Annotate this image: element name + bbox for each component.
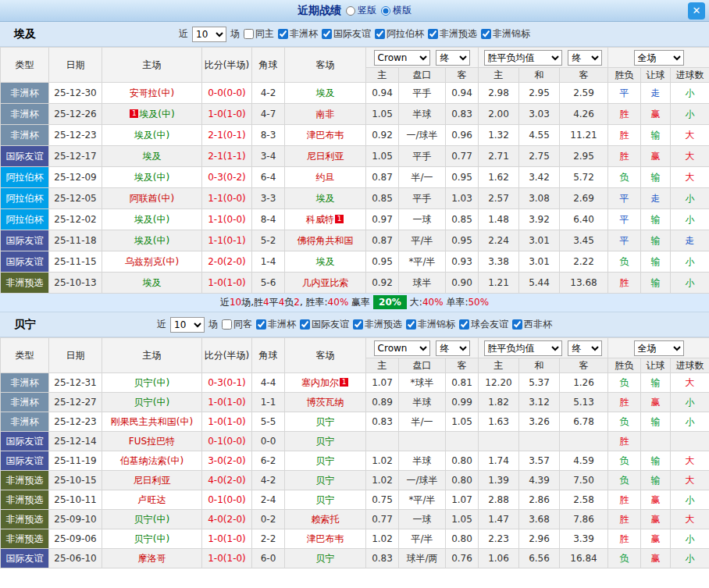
- away-team: 博茨瓦纳: [285, 393, 366, 412]
- comp-filter-intl-friendly[interactable]: 国际友谊: [300, 318, 349, 331]
- avg-final-select[interactable]: 终: [568, 340, 602, 356]
- col-odds-home: 主: [366, 68, 399, 83]
- same-away-checkbox[interactable]: [222, 319, 232, 330]
- corner-count: 5-5: [252, 412, 285, 432]
- away-team: 贝宁: [285, 412, 366, 432]
- odds-away: 0.77: [446, 146, 479, 167]
- match-score: 2-0(2-0): [202, 251, 252, 273]
- comp-filter-club-friendly[interactable]: 球会友谊: [459, 318, 508, 331]
- same-away-label: 同客: [233, 318, 252, 331]
- odds-away: 0.94: [446, 83, 479, 104]
- odds-handicap: *平/半: [399, 251, 446, 273]
- horizontal-radio[interactable]: [381, 6, 390, 16]
- same-away-filter[interactable]: 同客: [222, 318, 252, 331]
- odds-home: 0.77: [366, 510, 399, 529]
- competition-type-badge: 非洲杯: [1, 373, 49, 393]
- match-date: 25-12-05: [49, 188, 102, 209]
- match-date: 25-12-09: [49, 167, 102, 188]
- same-home-checkbox[interactable]: [244, 29, 254, 39]
- col-score: 比分(半场): [202, 338, 252, 373]
- comp-filter-africa-cup[interactable]: 非洲杯: [278, 27, 318, 41]
- comp-checkbox[interactable]: [459, 319, 469, 330]
- comp-checkbox[interactable]: [512, 319, 522, 330]
- comp-filter-africa-champ[interactable]: 非洲锦标: [481, 27, 530, 41]
- comp-checkbox[interactable]: [300, 319, 310, 330]
- corner-count: 0-2: [252, 510, 285, 529]
- comp-checkbox[interactable]: [375, 29, 385, 39]
- avg-odds-select[interactable]: 胜平负均值: [484, 50, 562, 66]
- odds-handicap: 一球: [399, 510, 446, 529]
- col-home: 主场: [102, 48, 202, 83]
- avg-home: 1.63: [479, 412, 519, 432]
- odds-handicap: 球半: [399, 273, 446, 294]
- corner-count: 4-2: [252, 83, 285, 104]
- match-date: 25-12-02: [49, 209, 102, 230]
- odds-group-header: Crown 终: [366, 338, 479, 358]
- comp-filter-arab-cup[interactable]: 阿拉伯杯: [375, 27, 424, 41]
- odds-final-select[interactable]: 终: [436, 340, 470, 356]
- home-team: 摩洛哥: [102, 549, 202, 568]
- full-match-select[interactable]: 全场: [634, 50, 684, 66]
- result-handicap: 走: [641, 188, 671, 209]
- away-team-name: 尼日利亚: [307, 151, 344, 162]
- odds-final-select[interactable]: 终: [436, 50, 470, 66]
- comp-checkbox[interactable]: [406, 319, 416, 330]
- away-team: 贝宁: [285, 549, 366, 568]
- avg-home: 12.20: [479, 373, 519, 393]
- odds-handicap: 平/半: [399, 529, 446, 549]
- comp-filter-africa-qual[interactable]: 非洲预选: [428, 27, 477, 41]
- odds-company-select[interactable]: Crown: [374, 340, 430, 356]
- odds-away: 1.03: [446, 188, 479, 209]
- home-team-name: 乌兹别克(中): [125, 256, 179, 267]
- match-score: 1-0(1-0): [202, 549, 252, 568]
- avg-draw: 3.01: [519, 251, 560, 273]
- recent-count-select[interactable]: 10: [170, 317, 205, 333]
- layout-option-vertical[interactable]: 竖版: [346, 4, 376, 17]
- col-handicap-result: 让球: [641, 68, 671, 83]
- col-goals-result: 进球数: [671, 358, 709, 373]
- odds-home: 0.83: [366, 412, 399, 432]
- odds-away: 0.83: [446, 104, 479, 125]
- result-handicap: 赢: [641, 490, 671, 510]
- odds-home: 0.89: [366, 393, 399, 412]
- full-match-select[interactable]: 全场: [634, 340, 684, 356]
- match-score: 2-1(0-1): [202, 125, 252, 146]
- avg-odds-select[interactable]: 胜平负均值: [484, 340, 562, 356]
- comp-filter-africa-champ[interactable]: 非洲锦标: [406, 318, 455, 331]
- close-button[interactable]: ✕: [688, 2, 705, 20]
- summary-segment: 4: [263, 297, 269, 308]
- match-row: 非洲杯25-12-27贝宁(中)1-0(1-0)1-1博茨瓦纳0.89半球0.9…: [1, 393, 709, 412]
- comp-filter-africa-cup[interactable]: 非洲杯: [256, 318, 296, 331]
- result-goals: 小: [671, 209, 709, 230]
- table-header-groups: 类型 日期 主场 比分(半场) 角球 客场 Crown 终 胜平负均值 终 全场: [1, 338, 709, 358]
- comp-checkbox[interactable]: [353, 319, 363, 330]
- home-team: 伯基纳法索(中): [102, 451, 202, 471]
- comp-checkbox[interactable]: [481, 29, 491, 39]
- avg-final-select[interactable]: 终: [568, 50, 602, 66]
- avg-home: 1.21: [479, 273, 519, 294]
- odds-home: 1.02: [366, 529, 399, 549]
- comp-filter-africa-qual[interactable]: 非洲预选: [353, 318, 402, 331]
- odds-company-select[interactable]: Crown: [374, 50, 430, 66]
- result-outcome: 胜: [608, 510, 641, 529]
- comp-checkbox[interactable]: [322, 29, 332, 39]
- comp-filter-intl-friendly[interactable]: 国际友谊: [322, 27, 371, 41]
- avg-home: 1.06: [479, 549, 519, 568]
- result-handicap: 输: [641, 167, 671, 188]
- match-date: 25-11-18: [49, 230, 102, 251]
- vertical-radio[interactable]: [346, 6, 355, 16]
- recent-count-select[interactable]: 10: [192, 27, 226, 42]
- comp-filter-west-africa-cup[interactable]: 西非杯: [512, 318, 552, 331]
- summary-segment: 平: [269, 297, 279, 308]
- comp-checkbox[interactable]: [278, 29, 288, 39]
- comp-checkbox[interactable]: [428, 29, 438, 39]
- avg-home: 2.57: [479, 188, 519, 209]
- same-home-filter[interactable]: 同主: [244, 27, 274, 41]
- layout-option-horizontal[interactable]: 横版: [381, 4, 412, 17]
- matches-tbody-0: 非洲杯25-12-30安哥拉(中)0-0(0-0)4-2埃及0.94平手0.94…: [1, 83, 709, 294]
- avg-away: 11.21: [560, 125, 608, 146]
- away-team: 贝宁: [285, 432, 366, 451]
- odds-home: 0.92: [366, 125, 399, 146]
- comp-checkbox[interactable]: [256, 319, 266, 330]
- away-team-name: 津巴布韦: [307, 130, 344, 141]
